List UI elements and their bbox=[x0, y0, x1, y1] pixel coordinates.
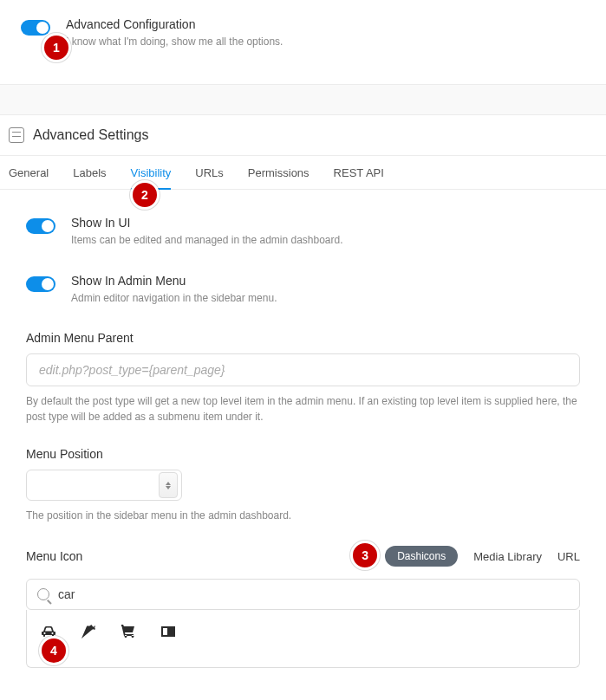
menu-icon-label: Menu Icon bbox=[26, 549, 82, 563]
annotation-badge-2: 2 bbox=[130, 180, 160, 210]
section-title: Advanced Settings bbox=[33, 127, 148, 143]
panel-spacer bbox=[0, 84, 606, 115]
show-in-ui-desc: Items can be edited and managed in the a… bbox=[71, 233, 343, 248]
menu-position-help: The position in the sidebar menu in the … bbox=[26, 508, 580, 523]
icon-source-url[interactable]: URL bbox=[557, 550, 580, 563]
admin-menu-parent-label: Admin Menu Parent bbox=[26, 331, 580, 345]
show-in-ui-toggle[interactable] bbox=[26, 218, 55, 234]
settings-list-icon bbox=[9, 127, 24, 143]
annotation-badge-1: 1 bbox=[42, 33, 71, 62]
advanced-config-label: Advanced Configuration bbox=[66, 17, 283, 31]
id-card-icon[interactable] bbox=[159, 622, 178, 641]
show-in-admin-menu-toggle[interactable] bbox=[26, 276, 55, 292]
annotation-badge-3: 3 bbox=[350, 541, 380, 570]
section-header: Advanced Settings bbox=[0, 115, 606, 156]
admin-menu-parent-input[interactable] bbox=[26, 353, 580, 386]
admin-menu-parent-help: By default the post type will get a new … bbox=[26, 393, 580, 425]
show-in-ui-label: Show In UI bbox=[71, 216, 343, 230]
tab-general[interactable]: General bbox=[9, 166, 49, 190]
tab-restapi[interactable]: REST API bbox=[334, 166, 384, 190]
tab-permissions[interactable]: Permissions bbox=[248, 166, 310, 190]
advanced-config-desc: I know what I'm doing, show me all the o… bbox=[66, 35, 283, 49]
search-icon bbox=[37, 588, 49, 600]
icon-source-media-library[interactable]: Media Library bbox=[473, 550, 542, 563]
show-in-admin-menu-desc: Admin editor navigation in the sidebar m… bbox=[71, 291, 277, 306]
advanced-config-toggle[interactable] bbox=[21, 20, 50, 36]
tab-labels[interactable]: Labels bbox=[73, 166, 106, 190]
dashicon-search-input[interactable] bbox=[56, 587, 569, 602]
chevron-up-icon bbox=[166, 482, 171, 485]
tab-urls[interactable]: URLs bbox=[195, 166, 224, 190]
number-stepper[interactable] bbox=[159, 472, 178, 498]
menu-position-select[interactable] bbox=[26, 470, 182, 501]
chevron-down-icon bbox=[166, 486, 171, 489]
annotation-badge-4: 4 bbox=[39, 636, 68, 665]
menu-position-label: Menu Position bbox=[26, 447, 580, 461]
icon-source-dashicons[interactable]: Dashicons bbox=[385, 546, 458, 567]
carrot-icon[interactable] bbox=[79, 622, 98, 641]
dashicon-results: 4 bbox=[26, 610, 580, 668]
tabs: General Labels Visibility URLs Permissio… bbox=[0, 156, 606, 190]
show-in-admin-menu-label: Show In Admin Menu bbox=[71, 274, 277, 288]
cart-icon[interactable] bbox=[119, 622, 138, 641]
